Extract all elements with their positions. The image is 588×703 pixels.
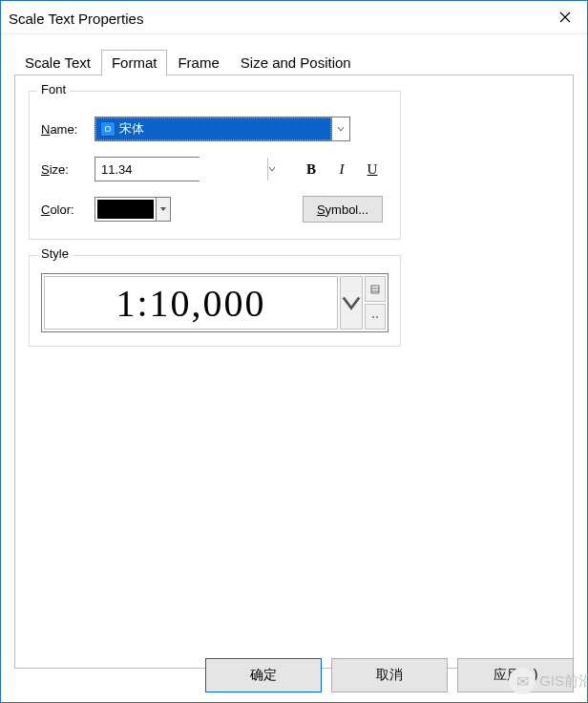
font-size-label: Size: [41,162,94,177]
font-color-row: Color: Symbol... [41,197,388,222]
svg-rect-0 [371,286,379,293]
font-group: Font Name: O 宋体 [29,91,401,240]
close-icon [559,11,571,23]
font-color-label: Color: [41,202,94,217]
style-preview: 1:10,000 [44,276,338,330]
tab-scale-text[interactable]: Scale Text [14,50,101,75]
color-swatch [97,200,154,219]
dots-icon [370,312,380,322]
style-group: Style 1:10,000 [29,255,401,347]
apply-button[interactable]: 应用(A) [457,658,574,692]
italic-toggle[interactable]: I [331,159,352,180]
underline-toggle[interactable]: U [362,159,383,180]
tab-strip: Scale Text Format Frame Size and Positio… [14,48,574,75]
font-color-picker[interactable] [94,197,171,222]
style-dropdown[interactable] [340,276,363,330]
chevron-down-icon [341,292,362,313]
style-buttons: B I U [301,159,383,180]
font-type-icon: O [100,121,116,137]
tab-size-and-position[interactable]: Size and Position [230,50,362,75]
font-size-combo[interactable] [94,157,200,181]
client-area: Scale Text Format Frame Size and Positio… [1,34,587,702]
style-select-button[interactable] [365,276,386,302]
dialog-button-bar: 确定 取消 应用(A) [205,658,574,692]
tab-panel: Font Name: O 宋体 [14,75,574,669]
font-size-row: Size: B I U [41,157,388,181]
style-side-buttons [365,276,386,330]
grid-icon [370,285,380,294]
font-size-input[interactable] [95,158,267,181]
bold-toggle[interactable]: B [301,159,322,180]
triangle-down-icon [160,206,166,212]
font-name-label: Name: [41,122,94,137]
svg-point-3 [372,316,374,318]
chevron-down-icon [268,165,276,173]
tab-frame[interactable]: Frame [167,50,229,75]
chevron-down-icon [337,125,345,133]
tab-format[interactable]: Format [101,50,168,75]
cancel-button[interactable]: 取消 [331,658,448,692]
dialog-window: Scale Text Properties Scale Text Format … [0,0,588,703]
font-size-dropdown[interactable] [267,158,276,181]
style-preview-row: 1:10,000 [41,273,388,332]
font-color-dropdown[interactable] [156,198,170,221]
symbol-button[interactable]: Symbol... [303,196,383,223]
font-name-dropdown[interactable] [331,117,349,140]
window-title: Scale Text Properties [9,9,143,27]
close-button[interactable] [543,1,587,33]
font-legend: Font [37,82,70,96]
svg-point-4 [376,316,378,318]
style-options-button[interactable] [365,304,386,330]
font-name-combo[interactable]: O 宋体 [94,117,350,141]
style-legend: Style [37,246,73,261]
ok-button[interactable]: 确定 [205,658,322,692]
titlebar: Scale Text Properties [1,1,587,34]
font-name-value: 宋体 [119,120,144,138]
font-name-row: Name: O 宋体 [41,117,388,141]
